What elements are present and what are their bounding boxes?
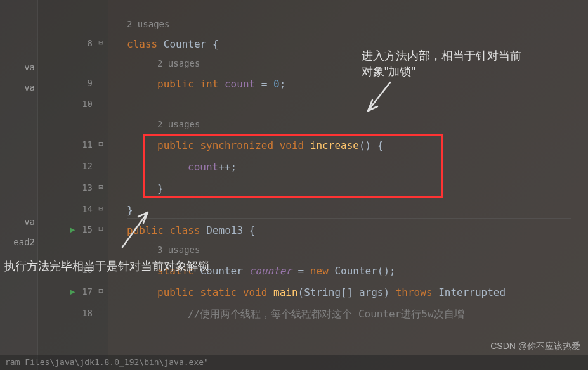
status-bar: ram Files\java\jdk1.8.0_192\bin\java.exe… (0, 355, 588, 370)
run-icon[interactable]: ▶ (70, 286, 75, 297)
code-line-16: static Counter counter = new Counter(); (157, 265, 396, 277)
line-number: 9 (74, 78, 93, 88)
line-number: 8 (74, 38, 93, 48)
code-line-15: public class Demo13 { (127, 224, 255, 236)
code-line-18: //使用两个线程，每个线程都对这个 Counter进行5w次自增 (188, 308, 464, 320)
project-sidebar: va va va ead2 (0, 0, 38, 370)
usage-hint: 2 usages (157, 119, 200, 130)
sidebar-item[interactable]: va (0, 212, 37, 232)
usage-hint: 2 usages (127, 19, 169, 30)
fold-icon[interactable]: ⊟ (96, 204, 105, 213)
fold-icon[interactable]: ⊟ (96, 286, 105, 295)
fold-icon[interactable]: ⊟ (96, 224, 105, 233)
code-line-8: class Counter { (127, 38, 219, 50)
code-line-12: count++; (188, 161, 237, 173)
fold-icon[interactable]: ⊟ (96, 182, 105, 191)
gutter: 8 ⊟ 9 10 11 ⊟ 12 13 ⊟ 14 ⊟ 15 ▶ ⊟ 16 17 … (38, 0, 108, 370)
usage-hint: 3 usages (157, 245, 200, 255)
fold-icon[interactable]: ⊟ (96, 139, 105, 148)
fold-icon[interactable]: ⊟ (96, 38, 105, 47)
sidebar-item[interactable]: va (0, 77, 37, 98)
code-line-9: public int count = 0; (157, 78, 285, 90)
code-line-17: public static void main(String[] args) t… (157, 286, 506, 298)
line-number: 15 (74, 224, 93, 234)
sidebar-item[interactable]: ead2 (0, 232, 37, 252)
usage-hint: 2 usages (157, 58, 200, 69)
line-number: 12 (74, 161, 93, 171)
code-line-14: } (127, 204, 133, 216)
code-line-13: } (157, 182, 164, 195)
line-number: 10 (74, 99, 93, 109)
code-line-11: public synchronized void increase() { (157, 139, 383, 151)
line-number: 18 (74, 308, 93, 318)
watermark: CSDN @你不应该热爱 (490, 341, 580, 352)
line-number: 11 (74, 139, 93, 150)
line-number: 17 (74, 286, 93, 297)
line-number: 16 (74, 265, 93, 275)
sidebar-item[interactable]: va (0, 57, 37, 77)
code-editor[interactable]: 2 usages class Counter { 2 usages public… (108, 0, 588, 370)
run-icon[interactable]: ▶ (70, 224, 75, 234)
line-number: 13 (74, 182, 93, 193)
line-number: 14 (74, 204, 93, 214)
